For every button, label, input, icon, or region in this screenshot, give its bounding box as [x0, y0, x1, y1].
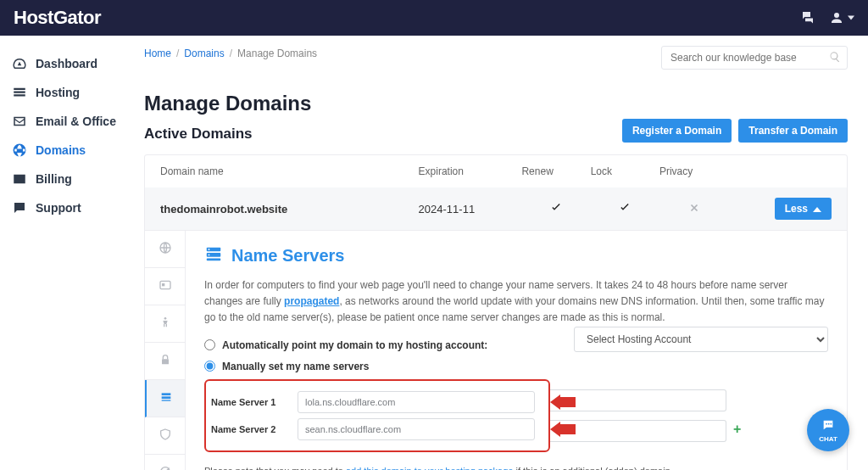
domain-panel: Domain name Expiration Renew Lock Privac…: [144, 154, 848, 470]
x-icon: [688, 204, 700, 216]
topbar-actions: [800, 9, 854, 27]
knowledge-base-search: [661, 46, 848, 70]
cell-expiration: 2024-11-11: [419, 203, 522, 215]
tab-refresh[interactable]: [145, 455, 185, 470]
sidebar-item-label: Email & Office: [36, 115, 116, 128]
server-lines-icon: [159, 390, 173, 406]
radio-manual-label: Manually set my name servers: [222, 361, 369, 372]
row-toggle-label: Less: [785, 203, 808, 215]
lock-icon: [159, 353, 172, 369]
plus-icon[interactable]: +: [733, 422, 741, 437]
cell-privacy: [659, 202, 728, 216]
hosting-note: Please note that you may need to add thi…: [204, 466, 828, 470]
tab-contacts[interactable]: [145, 268, 185, 305]
chat-icon: [12, 200, 27, 215]
chat-fab[interactable]: CHAT: [807, 409, 849, 451]
svg-point-11: [209, 249, 210, 250]
sidebar-item-label: Dashboard: [36, 57, 97, 70]
tab-nameservers[interactable]: [145, 380, 185, 417]
ns2-input[interactable]: [298, 418, 535, 440]
breadcrumb: Home / Domains / Manage Domains: [144, 48, 317, 59]
radio-auto-input[interactable]: [204, 339, 215, 350]
svg-point-3: [164, 317, 166, 320]
list-icon: [12, 85, 27, 100]
chat-bubbles-icon[interactable]: [800, 9, 815, 27]
radio-manual[interactable]: Manually set my name servers: [204, 361, 828, 372]
nameservers-title-text: Name Servers: [231, 246, 344, 266]
search-icon[interactable]: [829, 51, 841, 65]
svg-rect-5: [161, 393, 170, 395]
note-prefix: Please note that you may need to: [204, 466, 346, 470]
envelope-icon: [12, 114, 27, 129]
register-domain-button[interactable]: Register a Domain: [622, 119, 732, 143]
svg-rect-4: [162, 359, 169, 364]
ns1-label: Name Server 1: [211, 397, 289, 407]
breadcrumb-home[interactable]: Home: [144, 48, 171, 59]
detail-tabs: [145, 231, 186, 470]
svg-point-12: [209, 254, 210, 255]
svg-rect-6: [161, 396, 170, 399]
col-privacy: Privacy: [659, 165, 728, 177]
propagated-link[interactable]: propagated: [284, 295, 339, 307]
table-row[interactable]: thedomainrobot.website 2024-11-11 Less: [145, 187, 847, 230]
detail-body: Name Servers In order for computers to f…: [186, 231, 847, 470]
sidebar-item-email-office[interactable]: Email & Office: [7, 107, 129, 136]
page-title: Manage Domains: [144, 92, 311, 115]
search-input[interactable]: [661, 46, 848, 70]
chevron-up-icon: [813, 203, 821, 215]
radio-auto-point[interactable]: Automatically point my domain to my host…: [204, 339, 487, 351]
radio-manual-input[interactable]: [204, 361, 215, 372]
ns1-input-extension[interactable]: [550, 389, 726, 411]
sidebar-item-label: Domains: [36, 143, 86, 157]
ns1-input[interactable]: [298, 391, 535, 413]
sidebar-item-label: Hosting: [36, 86, 80, 99]
svg-rect-2: [162, 283, 164, 286]
chevron-down-icon: [848, 14, 854, 21]
tab-privacy[interactable]: [145, 417, 185, 455]
tab-lock[interactable]: [145, 343, 185, 380]
sidebar-item-support[interactable]: Support: [7, 193, 129, 222]
hosting-account-select[interactable]: Select Hosting Account: [574, 327, 828, 352]
action-buttons: Register a Domain Transfer a Domain: [622, 119, 848, 143]
breadcrumb-separator: /: [176, 48, 179, 59]
breadcrumb-separator: /: [230, 48, 232, 59]
svg-point-13: [826, 422, 827, 424]
user-icon[interactable]: [829, 10, 854, 25]
sidebar-item-billing[interactable]: Billing: [7, 165, 129, 193]
sidebar-item-domains[interactable]: Domains: [7, 136, 129, 165]
nameservers-description: In order for computers to find your web …: [204, 277, 828, 327]
ns2-input-extension[interactable]: [550, 420, 726, 442]
refresh-icon: [159, 465, 172, 470]
svg-point-14: [828, 422, 830, 424]
svg-rect-7: [161, 400, 170, 400]
tab-overview[interactable]: [145, 231, 185, 268]
note-suffix: if this is an additional (addon) domain.: [513, 466, 672, 470]
server-icon: [204, 244, 223, 267]
svg-rect-10: [207, 259, 221, 261]
col-renew: Renew: [521, 165, 590, 177]
add-domain-link[interactable]: add this domain to your hosting package: [346, 466, 514, 470]
col-lock: Lock: [591, 165, 659, 177]
transfer-domain-button[interactable]: Transfer a Domain: [738, 119, 848, 143]
main-content: Home / Domains / Manage Domains Manage D…: [136, 36, 868, 470]
cell-renew: [521, 201, 590, 217]
breadcrumb-domains[interactable]: Domains: [184, 48, 224, 59]
sidebar: Dashboard Hosting Email & Office Domains…: [0, 36, 136, 470]
cell-domain: thedomainrobot.website: [160, 203, 419, 215]
gauge-icon: [12, 56, 27, 71]
row-toggle-button[interactable]: Less: [775, 198, 832, 220]
topbar: HostGator: [0, 0, 868, 36]
cell-lock: [591, 201, 659, 217]
ns-field-row-1: Name Server 1: [211, 391, 543, 413]
globe-icon: [12, 143, 27, 158]
sidebar-item-dashboard[interactable]: Dashboard: [7, 49, 129, 78]
nameserver-inputs-highlight: Name Server 1 Name Server 2: [204, 379, 550, 452]
sidebar-item-hosting[interactable]: Hosting: [7, 78, 129, 107]
ns-field-row-2: Name Server 2: [211, 418, 543, 440]
chat-icon: [821, 418, 836, 435]
svg-rect-1: [160, 281, 170, 288]
svg-point-15: [830, 422, 832, 424]
sidebar-item-label: Billing: [36, 172, 72, 186]
tab-transfer[interactable]: [145, 305, 185, 343]
breadcrumb-current: Manage Domains: [237, 48, 317, 59]
